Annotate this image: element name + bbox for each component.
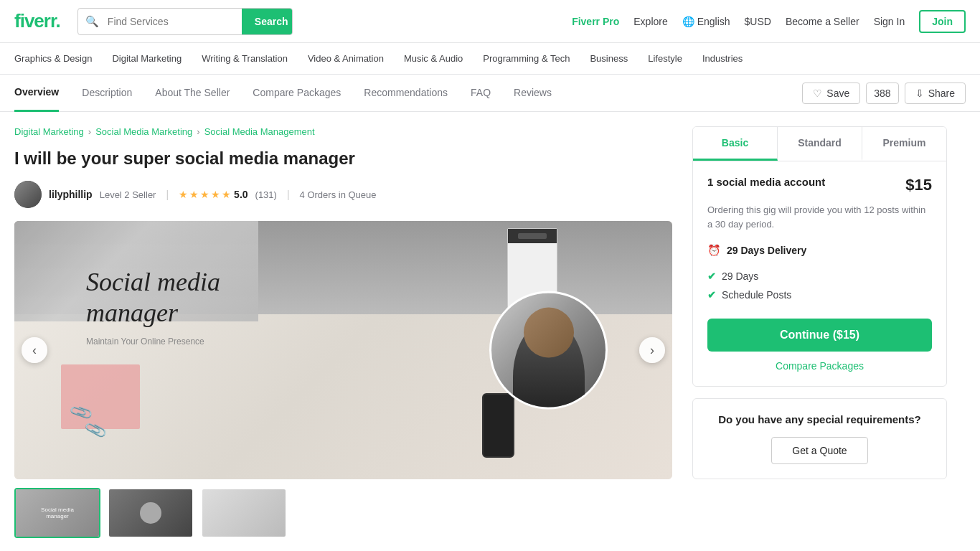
main-content: Digital Marketing › Social Media Marketi…: [0, 112, 961, 551]
star-4: ★: [211, 189, 220, 200]
package-tab-premium[interactable]: Premium: [862, 127, 946, 161]
fiverr-logo[interactable]: fiverr.: [14, 10, 60, 32]
package-price: $15: [905, 176, 932, 194]
orders-queue: 4 Orders in Queue: [300, 189, 377, 200]
gig-title: I will be your super social media manage…: [14, 147, 672, 169]
next-image-button[interactable]: ›: [639, 337, 665, 363]
star-5: ★: [222, 189, 231, 200]
thumbnail-strip: Social mediamanager: [14, 488, 672, 538]
seller-level-badge: Level 2 Seller: [100, 189, 156, 200]
check-icon-2: ✔: [707, 289, 716, 301]
gig-left-column: Digital Marketing › Social Media Marketi…: [14, 126, 672, 538]
fiverr-pro-link[interactable]: Fiverr Pro: [572, 16, 619, 27]
package-tabs: Basic Standard Premium: [693, 127, 946, 161]
save-count-badge: 388: [866, 83, 898, 104]
package-tab-basic[interactable]: Basic: [693, 127, 778, 161]
star-2: ★: [189, 189, 199, 200]
category-video-animation[interactable]: Video & Animation: [308, 53, 384, 64]
top-navigation: fiverr. 🔍 Search Fiverr Pro Explore 🌐 En…: [0, 0, 980, 43]
continue-button[interactable]: Continue ($15): [707, 319, 932, 352]
breadcrumb-social-media-management[interactable]: Social Media Management: [204, 126, 315, 137]
package-card: Basic Standard Premium 1 social media ac…: [692, 126, 947, 387]
tab-about-seller[interactable]: About The Seller: [155, 75, 230, 112]
category-graphics-design[interactable]: Graphics & Design: [14, 53, 92, 64]
package-tab-standard[interactable]: Standard: [778, 127, 862, 161]
tab-recommendations[interactable]: Recommendations: [364, 75, 448, 112]
thumbnail-2[interactable]: [108, 488, 194, 538]
sign-in-link[interactable]: Sign In: [874, 16, 905, 27]
breadcrumb-digital-marketing[interactable]: Digital Marketing: [14, 126, 84, 137]
breadcrumb-social-media-marketing[interactable]: Social Media Marketing: [95, 126, 192, 137]
package-delivery: ⏰ 29 Days Delivery: [707, 244, 932, 257]
category-industries[interactable]: Industries: [702, 53, 743, 64]
package-features: ✔ 29 Days ✔ Schedule Posts: [707, 267, 932, 304]
compare-packages-link[interactable]: Compare Packages: [707, 360, 932, 372]
search-bar: 🔍 Search: [77, 8, 293, 35]
package-name: 1 social media account: [707, 176, 825, 188]
become-seller-link[interactable]: Become a Seller: [786, 16, 859, 27]
category-business[interactable]: Business: [590, 53, 628, 64]
avatar[interactable]: [14, 181, 42, 208]
feature-1: ✔ 29 Days: [707, 267, 932, 286]
image-text-secondary: manager: [86, 298, 220, 329]
tab-reviews[interactable]: Reviews: [514, 75, 552, 112]
search-input[interactable]: [99, 9, 242, 34]
globe-icon: 🌐: [682, 16, 694, 27]
tab-actions: ♡ Save 388 ⇩ Share: [802, 83, 966, 104]
share-button[interactable]: ⇩ Share: [905, 83, 966, 104]
breadcrumb: Digital Marketing › Social Media Marketi…: [14, 126, 672, 137]
gig-image: Social media manager Maintain Your Onlin…: [14, 221, 672, 479]
thumbnail-1[interactable]: Social mediamanager: [14, 488, 100, 538]
currency-selector[interactable]: $USD: [745, 16, 771, 27]
tab-overview[interactable]: Overview: [14, 75, 59, 112]
join-button[interactable]: Join: [919, 10, 966, 33]
breadcrumb-sep-1: ›: [88, 126, 91, 137]
image-text-main: Social media: [86, 267, 220, 298]
check-icon-1: ✔: [707, 270, 716, 282]
package-body: 1 social media account $15 Ordering this…: [693, 161, 946, 386]
seller-info: lilyphillip Level 2 Seller | ★ ★ ★ ★ ★ 5…: [14, 181, 672, 208]
rating-score: 5.0: [234, 189, 248, 200]
search-button[interactable]: Search: [242, 9, 293, 34]
page-tabs-bar: Overview Description About The Seller Co…: [0, 75, 980, 112]
feature-2: ✔ Schedule Posts: [707, 286, 932, 304]
category-programming-tech[interactable]: Programming & Tech: [483, 53, 570, 64]
category-navigation: Graphics & Design Digital Marketing Writ…: [0, 43, 980, 75]
star-rating: ★ ★ ★ ★ ★ 5.0: [179, 189, 248, 200]
tab-compare-packages[interactable]: Compare Packages: [253, 75, 341, 112]
prev-image-button[interactable]: ‹: [22, 337, 47, 363]
tab-description[interactable]: Description: [82, 75, 132, 112]
search-icon: 🔍: [78, 15, 99, 28]
top-nav-links: Fiverr Pro Explore 🌐 English $USD Become…: [572, 10, 966, 33]
category-writing-translation[interactable]: Writing & Translation: [202, 53, 288, 64]
category-lifestyle[interactable]: Lifestyle: [648, 53, 682, 64]
gig-right-column: Basic Standard Premium 1 social media ac…: [692, 126, 947, 538]
tab-faq[interactable]: FAQ: [471, 75, 491, 112]
thumbnail-3[interactable]: [201, 488, 287, 538]
star-3: ★: [200, 189, 209, 200]
clock-icon: ⏰: [707, 244, 721, 257]
image-subtitle: Maintain Your Online Presence: [86, 336, 220, 346]
gig-image-container: Social media manager Maintain Your Onlin…: [14, 221, 672, 479]
star-1: ★: [179, 189, 188, 200]
package-header: 1 social media account $15: [707, 176, 932, 194]
heart-icon: ♡: [813, 88, 822, 99]
package-description: Ordering this gig will provide you with …: [707, 203, 932, 231]
seller-name[interactable]: lilyphillip: [49, 189, 93, 200]
share-icon: ⇩: [915, 88, 924, 99]
quote-card-title: Do you have any special requirements?: [707, 413, 932, 425]
save-button[interactable]: ♡ Save: [802, 83, 860, 104]
breadcrumb-sep-2: ›: [197, 126, 199, 137]
review-count[interactable]: (131): [255, 189, 277, 200]
category-digital-marketing[interactable]: Digital Marketing: [112, 53, 182, 64]
language-selector[interactable]: 🌐 English: [682, 16, 730, 27]
avatar-image: [14, 181, 42, 208]
quote-card: Do you have any special requirements? Ge…: [692, 398, 947, 479]
explore-link[interactable]: Explore: [633, 16, 667, 27]
category-music-audio[interactable]: Music & Audio: [404, 53, 463, 64]
get-a-quote-button[interactable]: Get a Quote: [771, 437, 867, 464]
